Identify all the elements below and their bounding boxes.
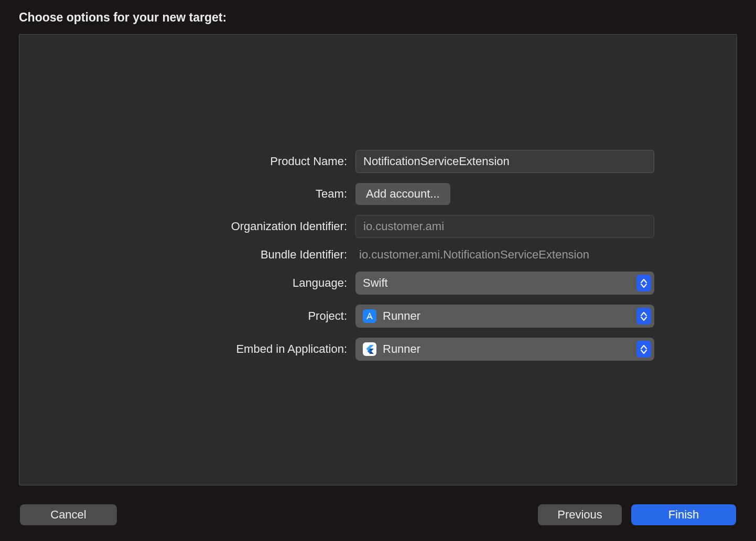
bundle-id-value: io.customer.ami.NotificationServiceExten… [355, 248, 589, 262]
updown-arrows-icon [636, 275, 651, 291]
updown-arrows-icon [636, 341, 651, 358]
bundle-id-label: Bundle Identifier: [102, 248, 347, 262]
language-select[interactable]: Swift [355, 272, 654, 295]
product-name-row: Product Name: [102, 150, 654, 173]
embed-row: Embed in Application: Runner [102, 338, 654, 361]
cancel-button[interactable]: Cancel [20, 504, 117, 525]
flutter-app-icon [363, 342, 376, 356]
org-id-label: Organization Identifier: [102, 220, 347, 233]
project-row: Project: Runner [102, 305, 654, 328]
project-label: Project: [102, 309, 347, 323]
finish-button[interactable]: Finish [631, 504, 736, 525]
bundle-id-row: Bundle Identifier: io.customer.ami.Notif… [102, 248, 654, 262]
updown-arrows-icon [636, 308, 651, 324]
org-id-field[interactable] [355, 215, 654, 238]
project-select[interactable]: Runner [355, 305, 654, 328]
dialog-title: Choose options for your new target: [19, 10, 737, 25]
language-value: Swift [363, 276, 388, 290]
add-account-button[interactable]: Add account... [355, 183, 450, 205]
team-row: Team: Add account... [102, 183, 654, 205]
language-label: Language: [102, 276, 347, 290]
form-panel: Product Name: Team: Add account... Organ… [19, 34, 737, 485]
embed-value: Runner [383, 342, 420, 356]
team-label: Team: [102, 187, 347, 201]
xcode-project-icon [363, 309, 376, 323]
org-id-row: Organization Identifier: [102, 215, 654, 238]
product-name-label: Product Name: [102, 155, 347, 168]
embed-select[interactable]: Runner [355, 338, 654, 361]
project-value: Runner [383, 309, 420, 323]
previous-button[interactable]: Previous [538, 504, 622, 525]
product-name-field[interactable] [355, 150, 654, 173]
embed-label: Embed in Application: [102, 342, 347, 356]
language-row: Language: Swift [102, 272, 654, 295]
button-bar: Cancel Previous Finish [19, 504, 737, 525]
